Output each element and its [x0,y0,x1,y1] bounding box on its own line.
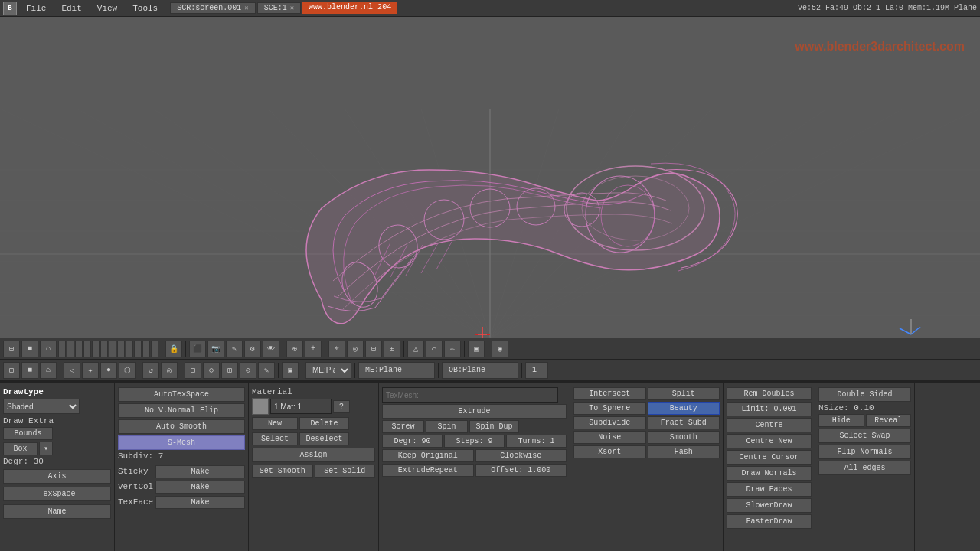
box-btn[interactable]: Box [3,442,38,455]
multi-view-1[interactable] [58,341,66,357]
spindup-btn[interactable]: Spin Dup [469,420,519,433]
vertex-icon[interactable]: ✦ [82,362,99,379]
autotexspace-btn[interactable]: AutoTexSpace [118,387,245,402]
multi-view-10[interactable] [134,341,142,357]
pivot-icon[interactable]: ⊕ [203,362,220,379]
mat-question-btn[interactable]: ? [333,400,350,413]
screw-btn[interactable]: Screw [382,420,424,433]
remdoubles-btn[interactable]: Rem Doubles [727,387,812,400]
view3-icon[interactable]: ⊞ [3,362,20,379]
set-solid-btn[interactable]: Set Solid [315,465,376,478]
flipnormals-btn[interactable]: Flip Normals [818,445,911,459]
edit2-icon[interactable]: ✎ [258,362,275,379]
photo-icon[interactable]: ▣ [468,341,485,357]
grid-icon[interactable]: ⊞ [384,341,400,357]
globe-icon[interactable]: ◎ [161,362,178,379]
blender2-icon[interactable]: ◉ [492,341,508,357]
sphere2-icon[interactable]: ● [100,362,117,379]
select-btn[interactable]: Select [252,432,298,445]
centrenew-btn[interactable]: Centre New [727,434,812,448]
vertcol-make-btn[interactable]: Make [155,481,245,494]
deselect-btn[interactable]: Deselect [299,432,349,445]
extruderepeat-btn[interactable]: ExtrudeRepeat [382,464,474,477]
name-btn[interactable]: Name [3,504,111,519]
back-icon[interactable]: ◁ [64,362,80,379]
multi-view-2[interactable] [67,341,74,357]
multi-view-8[interactable] [117,341,125,357]
tab-blender-web[interactable]: www.blender.nl 204 [302,2,397,14]
smesh-btn[interactable]: S-Mesh [118,435,245,450]
smooth-btn[interactable]: Smooth [648,431,720,444]
triangle-icon[interactable]: △ [407,341,424,357]
centre-btn[interactable]: Centre [727,418,812,432]
home-icon[interactable]: ⌂ [40,341,57,357]
doublesided-btn[interactable]: Double Sided [818,387,911,402]
reveal-btn[interactable]: Reveal [866,414,912,427]
steps-val-btn[interactable]: Steps: 9 [444,435,505,448]
solid2-icon[interactable]: ■ [21,362,38,379]
multi-view-6[interactable] [100,341,108,357]
beauty-btn[interactable]: Beauty [648,402,720,415]
xsort-btn[interactable]: Xsort [573,445,646,458]
menu-tools[interactable]: Tools [126,2,164,15]
box-dropdown[interactable]: ▾ [39,442,53,455]
transform-icon[interactable]: ⊟ [185,362,201,379]
limit-btn[interactable]: Limit: 0.001 [727,402,812,416]
menu-file[interactable]: File [20,2,52,15]
subdivide-btn[interactable]: Subdivide [573,416,646,429]
multi-view-11[interactable] [142,341,150,357]
bounds-btn[interactable]: Bounds [3,427,53,440]
multi-view-5[interactable] [92,341,100,357]
new-btn[interactable]: New [252,417,298,430]
solid-icon[interactable]: ■ [21,341,38,357]
drawnormals-btn[interactable]: Draw Normals [727,466,812,481]
snap-icon[interactable]: ⌖ [328,341,345,357]
multi-view-7[interactable] [109,341,116,357]
menu-edit[interactable]: Edit [55,2,87,15]
mat-input[interactable] [270,399,332,414]
viewport-3d[interactable]: www.blender3darchitect.com [0,17,980,338]
menu-view[interactable]: View [91,2,123,15]
drawfaces-btn[interactable]: Draw Faces [727,482,812,497]
keeporig-btn[interactable]: Keep Original [382,449,474,462]
multi-view-3[interactable] [75,341,83,357]
tab-screen-close[interactable]: ✕ [244,4,248,12]
pencil-icon[interactable]: ✏ [444,341,461,357]
shaded-select[interactable]: Shaded [3,399,80,414]
texface-make-btn[interactable]: Make [155,496,245,509]
set-smooth-btn[interactable]: Set Smooth [252,465,313,478]
mode-select[interactable]: ME:Plane [305,362,351,379]
turns-val-btn[interactable]: Turns: 1 [506,435,567,448]
curve-icon[interactable]: ⌒ [426,341,443,357]
mesh-icon[interactable]: ⬡ [119,362,136,379]
texmesh-input[interactable] [382,387,558,403]
multi-view-4[interactable] [83,341,91,357]
fractsubd-btn[interactable]: Fract Subd [648,416,720,429]
view-icon[interactable]: ⊞ [3,341,20,357]
delete-btn[interactable]: Delete [299,417,349,430]
assign-btn[interactable]: Assign [252,448,375,462]
view2-icon[interactable]: 👁 [263,341,279,357]
clockwise-btn[interactable]: Clockwise [475,449,567,462]
move-icon[interactable]: ⊕ [286,341,303,357]
hash-btn[interactable]: Hash [648,445,720,458]
offset-val-btn[interactable]: Offset: 1.000 [475,464,567,477]
align-icon[interactable]: ⊟ [365,341,382,357]
lock-icon[interactable]: 🔒 [165,341,182,357]
spin-btn[interactable]: Spin [426,420,468,433]
slowerdraw-btn[interactable]: SlowerDraw [727,498,812,513]
novnormalflip-btn[interactable]: No V.Normal Flip [118,403,245,418]
multi-view-12[interactable] [151,341,158,357]
fasterdraw-btn[interactable]: FasterDraw [727,514,812,529]
degr-val-btn[interactable]: Degr: 90 [382,435,443,448]
sticky-make-btn[interactable]: Make [155,465,245,478]
tab-scene[interactable]: SCE:1 ✕ [257,2,301,14]
axis-btn[interactable]: Axis [3,469,111,484]
rotate-icon[interactable]: ↺ [142,362,159,379]
intersect-btn[interactable]: Intersect [573,387,646,400]
split-btn[interactable]: Split [648,387,720,400]
multi-view-9[interactable] [126,341,133,357]
render-icon[interactable]: ⬛ [189,341,206,357]
edit-icon[interactable]: ✎ [226,341,243,357]
magnet-icon[interactable]: ◎ [347,341,364,357]
